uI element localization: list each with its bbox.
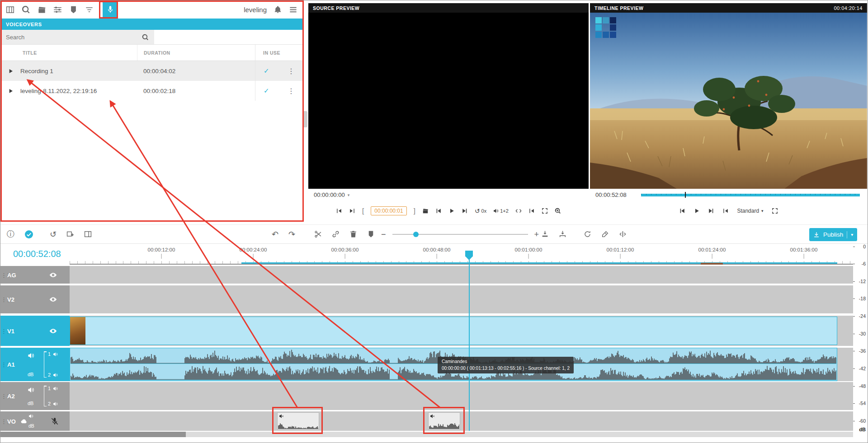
search-icon[interactable] — [22, 5, 30, 14]
trim-icon[interactable] — [619, 230, 627, 238]
quality-selector[interactable]: Standard ▾ — [737, 208, 763, 214]
channel-1[interactable]: 1 — [48, 386, 67, 391]
redo-icon[interactable]: ↷ — [288, 230, 295, 238]
play-recording-button[interactable] — [0, 88, 20, 94]
insert-to-timeline-icon[interactable] — [422, 208, 429, 214]
channel-1[interactable]: 1 — [48, 351, 67, 357]
gain-label[interactable]: dB — [28, 401, 33, 406]
eye-icon[interactable] — [49, 296, 57, 303]
cloud-icon[interactable] — [20, 418, 27, 424]
track-ag: ⋮⋮ AG — [0, 266, 853, 284]
timeline-ruler[interactable]: 00:00:12:00 00:00:24:00 00:00:36:00 00:0… — [70, 244, 853, 265]
marker-tag-icon[interactable] — [69, 5, 78, 14]
kebab-menu-icon[interactable]: ⋮ — [288, 67, 304, 75]
zoom-slider-knob[interactable] — [413, 232, 419, 237]
add-clip-icon[interactable] — [66, 230, 74, 238]
autosave-check-icon[interactable] — [24, 230, 33, 239]
preview-scrub-bar[interactable] — [641, 194, 860, 196]
mic-muted-icon[interactable] — [51, 417, 59, 425]
info-icon[interactable]: ⓘ — [7, 230, 14, 238]
timeline-zoom-slider[interactable] — [392, 234, 528, 235]
overwrite-edit-icon[interactable] — [559, 230, 566, 238]
table-row[interactable]: leveling-8.11.2022, 22:19:16 00:00:02:18… — [0, 81, 304, 101]
channel-2[interactable]: 2 — [48, 372, 67, 378]
clip-tooltip: Caminandes 00:00:00:00 ( 00:01:13:13 - 0… — [438, 357, 574, 373]
skip-forward-icon[interactable] — [462, 208, 468, 214]
scrub-position-marker[interactable] — [685, 192, 686, 198]
chevron-down-icon[interactable]: ▾ — [348, 193, 350, 197]
fit-width-icon[interactable] — [515, 208, 522, 214]
mark-in-bracket[interactable]: [ — [362, 207, 364, 215]
skip-back-icon[interactable] — [435, 208, 442, 214]
audio-channels[interactable]: 1+2 — [493, 208, 509, 214]
sliders-icon[interactable] — [53, 5, 62, 14]
undo-icon[interactable]: ↶ — [272, 230, 278, 238]
split-panel-icon[interactable] — [84, 230, 92, 238]
speaker-icon[interactable] — [28, 414, 33, 419]
fullscreen-icon[interactable] — [542, 208, 548, 214]
jump-to-start-icon[interactable] — [528, 208, 535, 214]
play-recording-button[interactable] — [0, 68, 20, 74]
eye-icon[interactable] — [49, 327, 57, 335]
scrollbar-thumb[interactable] — [0, 432, 186, 437]
track-lane[interactable] — [70, 411, 853, 431]
panels-icon[interactable] — [6, 5, 14, 14]
column-title: TITLE — [0, 50, 137, 56]
mark-timecode-field[interactable]: 00:00:00:01 — [371, 206, 406, 215]
speaker-icon[interactable] — [28, 352, 34, 359]
track-lane[interactable] — [70, 316, 853, 346]
panel-resize-handle[interactable] — [304, 111, 307, 127]
publish-button[interactable]: Publish ▾ — [809, 228, 857, 241]
insert-edit-icon[interactable] — [541, 230, 549, 238]
sync-icon[interactable] — [584, 230, 591, 238]
clapper-icon[interactable] — [38, 5, 46, 14]
zoom-out-icon[interactable]: − — [381, 230, 386, 238]
razor-icon[interactable] — [601, 230, 609, 238]
speaker-icon[interactable] — [28, 387, 34, 393]
chevron-down-icon[interactable]: ▾ — [851, 232, 853, 237]
play-icon[interactable] — [693, 208, 700, 214]
microphone-icon — [106, 5, 114, 14]
track-lane[interactable] — [70, 382, 853, 410]
fullscreen-icon[interactable] — [772, 208, 778, 214]
goto-in-icon[interactable] — [336, 208, 342, 214]
hamburger-menu-icon[interactable] — [289, 5, 297, 14]
scissors-icon[interactable] — [314, 230, 322, 238]
ruler-label: 00:01:24:00 — [698, 247, 726, 252]
add-marker-icon[interactable] — [367, 230, 375, 238]
skip-forward-icon[interactable] — [708, 208, 714, 214]
channel-2[interactable]: 2 — [48, 401, 67, 406]
gain-label[interactable]: dB — [28, 423, 34, 429]
gain-label[interactable]: dB — [28, 372, 33, 377]
video-clip[interactable] — [70, 317, 837, 345]
track-lane[interactable] — [70, 266, 853, 284]
kebab-menu-icon[interactable]: ⋮ — [288, 87, 304, 95]
preview-frame — [590, 13, 867, 189]
zoom-in-icon[interactable]: + — [534, 230, 539, 238]
filter-icon[interactable] — [85, 5, 94, 14]
bell-icon[interactable] — [274, 6, 282, 14]
timeline-horizontal-scrollbar[interactable] — [0, 432, 853, 437]
voiceover-mic-button[interactable] — [103, 2, 118, 17]
voiceover-clip[interactable] — [428, 412, 460, 430]
voiceover-clip[interactable] — [277, 412, 319, 430]
goto-out-icon[interactable] — [349, 208, 355, 214]
source-video-viewport — [308, 13, 589, 189]
search-icon[interactable] — [142, 34, 149, 41]
play-icon[interactable] — [448, 208, 455, 214]
search-input[interactable] — [6, 34, 142, 41]
table-row[interactable]: Recording 1 00:00:04:02 ✓ ⋮ — [0, 61, 304, 81]
jump-to-start-icon[interactable] — [722, 208, 729, 214]
source-timecode: 00:00:00:00 — [314, 191, 345, 198]
db-unit-label: dB — [859, 427, 866, 432]
db-tick-label: -60 — [853, 418, 868, 424]
link-icon[interactable] — [332, 230, 340, 238]
skip-back-icon[interactable] — [679, 208, 685, 214]
mark-out-bracket[interactable]: ] — [414, 207, 415, 215]
trash-icon[interactable] — [349, 230, 357, 238]
eye-icon[interactable] — [49, 271, 57, 279]
playback-speed[interactable]: ↺ 0x — [475, 207, 486, 215]
history-icon[interactable]: ↺ — [50, 230, 57, 238]
zoom-in-icon[interactable] — [555, 208, 561, 214]
track-lane[interactable] — [70, 285, 853, 313]
